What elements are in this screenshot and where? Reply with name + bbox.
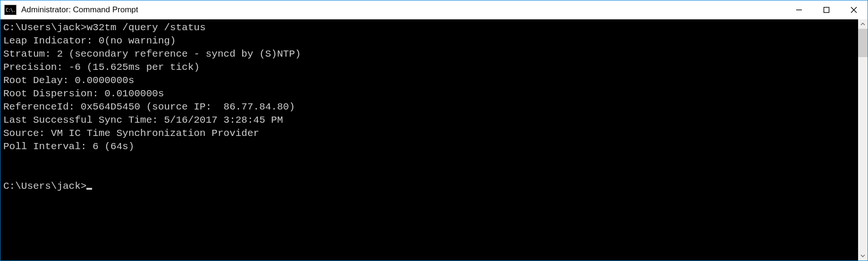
scroll-thumb[interactable] (858, 29, 868, 57)
maximize-button[interactable] (813, 0, 840, 19)
window-title: Administrator: Command Prompt (21, 5, 138, 15)
chevron-up-icon (860, 22, 865, 26)
prompt-1: C:\Users\jack> (3, 22, 86, 33)
chevron-down-icon (860, 253, 865, 258)
close-icon (851, 7, 857, 13)
out-source: Source: VM IC Time Synchronization Provi… (3, 128, 259, 139)
scroll-track[interactable] (858, 29, 868, 251)
scroll-up-button[interactable] (858, 19, 868, 29)
cmd-window: C:\. Administrator: Command Prompt C:\Us… (0, 0, 868, 261)
minimize-button[interactable] (785, 0, 813, 19)
out-reference-id: ReferenceId: 0x564D5450 (source IP: 86.7… (3, 101, 295, 112)
svg-rect-1 (824, 8, 829, 13)
out-root-dispersion: Root Dispersion: 0.0100000s (3, 88, 164, 99)
cursor (86, 188, 92, 190)
cmd-icon: C:\. (4, 5, 17, 15)
out-last-sync: Last Successful Sync Time: 5/16/2017 3:2… (3, 115, 283, 126)
titlebar[interactable]: C:\. Administrator: Command Prompt (0, 0, 868, 19)
vertical-scrollbar[interactable] (858, 19, 868, 261)
out-poll-interval: Poll Interval: 6 (64s) (3, 141, 134, 152)
out-leap: Leap Indicator: 0(no warning) (3, 35, 176, 46)
minimize-icon (796, 7, 802, 13)
maximize-icon (823, 7, 830, 13)
client-area: C:\Users\jack>w32tm /query /status Leap … (0, 19, 868, 261)
out-stratum: Stratum: 2 (secondary reference - syncd … (3, 49, 301, 59)
out-precision: Precision: -6 (15.625ms per tick) (3, 62, 200, 73)
command-text: w32tm /query /status (86, 22, 205, 33)
out-root-delay: Root Delay: 0.0000000s (3, 75, 134, 86)
close-button[interactable] (840, 0, 868, 19)
scroll-down-button[interactable] (858, 251, 868, 261)
prompt-2: C:\Users\jack> (3, 181, 86, 192)
terminal[interactable]: C:\Users\jack>w32tm /query /status Leap … (0, 19, 858, 261)
